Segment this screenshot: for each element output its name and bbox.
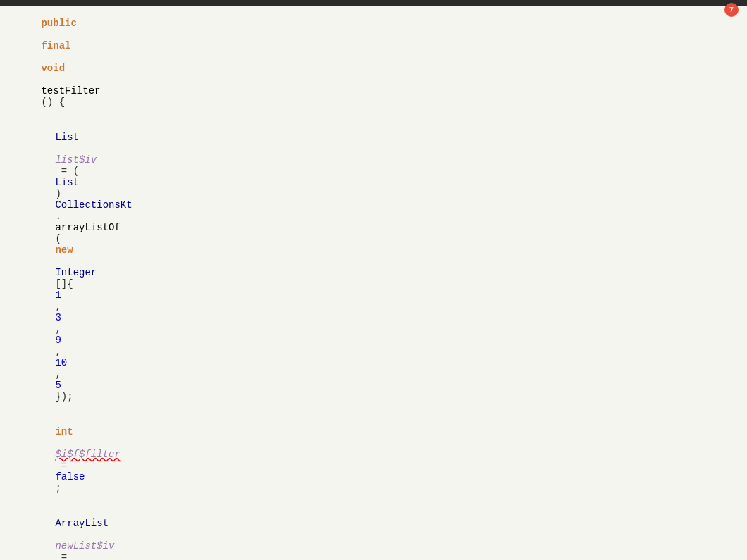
text: = [55, 460, 73, 471]
keyword: new [55, 244, 73, 256]
text: ; [55, 483, 61, 494]
text [55, 256, 61, 267]
code-line: int $i$f$filter = false ; [0, 414, 747, 506]
number: 9 [55, 335, 61, 346]
keyword: final [41, 40, 70, 51]
line-content: public final void testFilter () { [0, 6, 747, 119]
text: , [55, 323, 67, 335]
variable: list$iv [55, 154, 97, 166]
keyword: int [55, 426, 73, 437]
line-content: ArrayList newList$iv = new ArrayList ( l… [0, 506, 747, 560]
code-editor: 7 public final void testFilter () { List… [0, 0, 747, 560]
number: 1 [55, 290, 61, 301]
line-content: List list$iv = ( List ) CollectionsKt . … [0, 120, 747, 413]
number: 10 [55, 357, 67, 368]
text: , [55, 368, 67, 380]
number: 3 [55, 312, 61, 323]
number: 5 [55, 380, 61, 391]
code-line: List list$iv = ( List ) CollectionsKt . … [0, 120, 747, 414]
text [41, 51, 47, 63]
method: arrayListOf [55, 222, 120, 233]
text: , [55, 301, 67, 312]
variable: $i$f$filter [55, 449, 120, 460]
keyword: void [41, 63, 65, 74]
text: []{ [55, 278, 73, 290]
error-badge: 7 [724, 3, 739, 17]
text: = ( [55, 166, 79, 177]
type: List [55, 132, 79, 143]
variable: newList$iv [55, 540, 114, 552]
type: List [55, 177, 79, 188]
type: CollectionsKt [55, 199, 132, 211]
method-name: testFilter [41, 85, 100, 97]
text [55, 529, 61, 540]
text: ) [55, 188, 61, 199]
text [41, 74, 47, 85]
text [55, 437, 61, 449]
line-content: int $i$f$filter = false ; [0, 415, 747, 505]
text: () { [41, 97, 65, 108]
text [55, 143, 61, 154]
code-line: public final void testFilter () { [0, 6, 747, 120]
code-line: ArrayList newList$iv = new ArrayList ( l… [0, 506, 747, 560]
value: false [55, 471, 85, 483]
text: }); [55, 391, 73, 402]
keyword: public [41, 18, 76, 29]
text: = [55, 552, 73, 560]
text: . [55, 211, 61, 222]
text: ( [55, 233, 61, 244]
type: ArrayList [55, 518, 109, 529]
type: Integer [55, 267, 97, 278]
text: , [55, 346, 67, 357]
text [41, 29, 47, 40]
